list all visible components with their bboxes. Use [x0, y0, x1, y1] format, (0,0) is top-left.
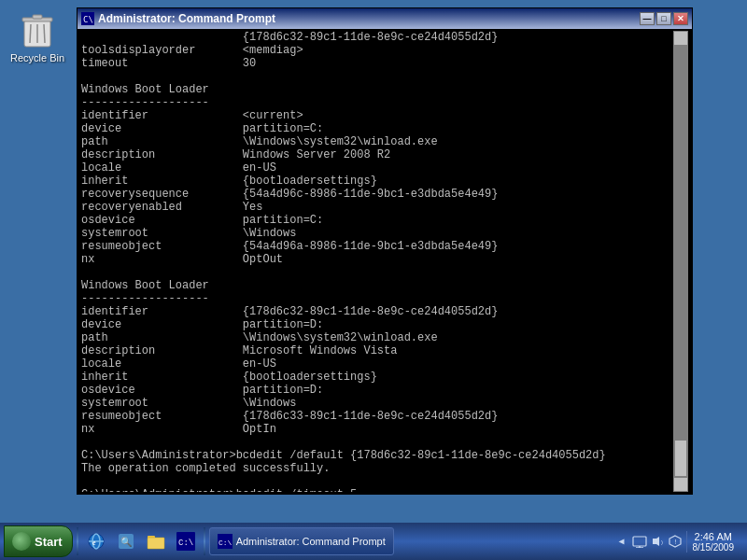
start-label: Start — [35, 535, 63, 549]
tray-expand-icon[interactable]: ◀ — [614, 534, 629, 549]
svg-line-3 — [44, 24, 45, 43]
scrollbar[interactable]: ▲ ▼ — [673, 31, 688, 492]
title-bar: C\ Administrator: Command Prompt — □ ✕ — [78, 8, 692, 29]
console-output: {178d6c32-89c1-11de-8e9c-ce24d4055d2d} t… — [81, 31, 673, 492]
svg-text:🔍: 🔍 — [120, 536, 133, 548]
taskbar-divider-2 — [204, 527, 205, 555]
minimize-button[interactable]: — — [640, 12, 655, 25]
scroll-down-button[interactable]: ▼ — [673, 477, 688, 492]
taskbar-task-cmd[interactable]: C:\ Administrator: Command Prompt — [209, 527, 394, 555]
svg-rect-5 — [33, 15, 42, 19]
tray-volume-icon[interactable]: ) — [650, 534, 665, 549]
svg-text:!: ! — [673, 538, 678, 546]
close-button[interactable]: ✕ — [673, 12, 688, 25]
task-cmd-icon: C:\ — [218, 534, 233, 549]
clock-area[interactable]: 2:46 AM 8/15/2009 — [686, 531, 740, 553]
svg-text:e: e — [92, 539, 96, 547]
systray: ◀ ) ! — [614, 534, 683, 549]
task-cmd-label: Administrator: Command Prompt — [236, 536, 386, 547]
scroll-track[interactable] — [673, 46, 688, 477]
cmd-icon: C\ — [81, 12, 94, 25]
clock-date: 8/15/2009 — [693, 542, 735, 553]
svg-rect-16 — [148, 538, 164, 549]
svg-rect-21 — [633, 537, 646, 546]
start-orb — [12, 532, 31, 551]
taskbar-divider-1 — [77, 527, 78, 555]
quick-launch-cmd[interactable]: C:\ — [172, 527, 200, 555]
tray-safety-icon[interactable]: ! — [668, 534, 683, 549]
start-button[interactable]: Start — [4, 525, 73, 557]
command-prompt-window: C\ Administrator: Command Prompt — □ ✕ {… — [77, 7, 693, 495]
svg-line-1 — [30, 24, 31, 43]
svg-text:): ) — [660, 539, 664, 546]
clock-time: 2:46 AM — [695, 531, 732, 542]
svg-text:C:\: C:\ — [178, 539, 193, 548]
svg-text:C\: C\ — [83, 15, 93, 24]
desktop: Recycle Bin C\ Administrator: Command Pr… — [0, 0, 747, 504]
scroll-up-button[interactable]: ▲ — [673, 31, 688, 46]
window-title: Administrator: Command Prompt — [98, 12, 275, 25]
quick-launch-ie[interactable]: e — [82, 527, 110, 555]
console-area[interactable]: {178d6c32-89c1-11de-8e9c-ce24d4055d2d} t… — [78, 29, 692, 494]
taskbar-right: ◀ ) ! 2:46 AM — [614, 531, 744, 553]
svg-marker-24 — [653, 537, 659, 546]
tray-network-icon[interactable] — [632, 534, 647, 549]
title-bar-left: C\ Administrator: Command Prompt — [81, 12, 275, 25]
scroll-thumb[interactable] — [674, 440, 687, 477]
title-bar-buttons: — □ ✕ — [640, 12, 688, 25]
recycle-bin-label: Recycle Bin — [10, 52, 64, 63]
svg-text:C:\: C:\ — [218, 539, 233, 547]
quick-launch-folder[interactable] — [142, 527, 170, 555]
taskbar: Start e 🔍 C:\ — [0, 523, 747, 560]
quick-launch-search[interactable]: 🔍 — [112, 527, 140, 555]
restore-button[interactable]: □ — [656, 12, 671, 25]
recycle-bin-icon[interactable]: Recycle Bin — [9, 9, 65, 63]
